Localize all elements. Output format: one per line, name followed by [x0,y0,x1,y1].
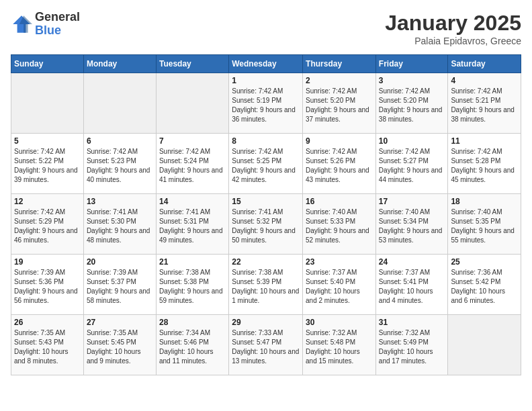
day-cell: 27Sunrise: 7:35 AM Sunset: 5:45 PM Dayli… [83,315,156,375]
day-number: 6 [87,136,153,146]
day-cell: 20Sunrise: 7:39 AM Sunset: 5:37 PM Dayli… [83,255,156,315]
day-cell: 18Sunrise: 7:40 AM Sunset: 5:35 PM Dayli… [448,194,521,255]
day-cell: 17Sunrise: 7:40 AM Sunset: 5:34 PM Dayli… [375,194,448,255]
day-number: 28 [159,318,226,327]
logo-blue: Blue [35,24,80,38]
day-number: 7 [159,136,226,146]
day-number: 30 [306,318,373,327]
month-title: January 2025 [385,11,521,36]
day-info: Sunrise: 7:40 AM Sunset: 5:34 PM Dayligh… [379,208,445,245]
day-number: 27 [87,318,153,327]
logo-general: General [35,11,80,24]
day-cell: 30Sunrise: 7:32 AM Sunset: 5:48 PM Dayli… [303,315,376,375]
day-info: Sunrise: 7:42 AM Sunset: 5:28 PM Dayligh… [451,147,518,185]
day-cell: 14Sunrise: 7:41 AM Sunset: 5:31 PM Dayli… [156,194,228,255]
day-cell: 29Sunrise: 7:33 AM Sunset: 5:47 PM Dayli… [229,315,303,375]
day-info: Sunrise: 7:42 AM Sunset: 5:22 PM Dayligh… [14,147,81,185]
day-info: Sunrise: 7:36 AM Sunset: 5:42 PM Dayligh… [451,268,518,306]
day-number: 17 [379,197,445,206]
day-header-friday: Friday [375,55,448,73]
day-number: 12 [14,197,81,206]
day-cell: 10Sunrise: 7:42 AM Sunset: 5:27 PM Dayli… [375,134,448,194]
day-info: Sunrise: 7:37 AM Sunset: 5:41 PM Dayligh… [379,268,445,306]
location-subtitle: Palaia Epidavros, Greece [385,36,521,46]
day-number: 21 [159,257,226,267]
logo: General Blue [11,11,80,38]
day-number: 8 [232,136,300,146]
day-info: Sunrise: 7:42 AM Sunset: 5:23 PM Dayligh… [87,147,153,185]
day-header-monday: Monday [83,55,156,73]
day-cell: 22Sunrise: 7:38 AM Sunset: 5:39 PM Dayli… [229,255,303,315]
day-cell [448,315,521,375]
title-block: January 2025 Palaia Epidavros, Greece [385,11,521,46]
week-row-2: 5Sunrise: 7:42 AM Sunset: 5:22 PM Daylig… [11,134,521,194]
day-number: 14 [159,197,226,206]
day-number: 10 [379,136,445,146]
day-cell: 19Sunrise: 7:39 AM Sunset: 5:36 PM Dayli… [11,255,84,315]
week-row-5: 26Sunrise: 7:35 AM Sunset: 5:43 PM Dayli… [11,315,521,375]
day-number: 4 [451,76,518,85]
day-cell: 16Sunrise: 7:40 AM Sunset: 5:33 PM Dayli… [303,194,376,255]
day-number: 26 [14,318,81,327]
day-info: Sunrise: 7:42 AM Sunset: 5:29 PM Dayligh… [14,208,81,245]
day-info: Sunrise: 7:32 AM Sunset: 5:48 PM Dayligh… [306,328,373,366]
day-info: Sunrise: 7:42 AM Sunset: 5:25 PM Dayligh… [232,147,300,185]
day-info: Sunrise: 7:41 AM Sunset: 5:32 PM Dayligh… [232,208,300,245]
day-info: Sunrise: 7:39 AM Sunset: 5:36 PM Dayligh… [14,268,81,306]
day-number: 16 [306,197,373,206]
day-number: 2 [306,76,373,85]
day-header-thursday: Thursday [303,55,376,73]
day-cell: 23Sunrise: 7:37 AM Sunset: 5:40 PM Dayli… [303,255,376,315]
day-info: Sunrise: 7:38 AM Sunset: 5:39 PM Dayligh… [232,268,300,306]
day-header-sunday: Sunday [11,55,84,73]
day-cell: 28Sunrise: 7:34 AM Sunset: 5:46 PM Dayli… [156,315,228,375]
day-info: Sunrise: 7:42 AM Sunset: 5:26 PM Dayligh… [306,147,373,185]
day-number: 13 [87,197,153,206]
header-row: SundayMondayTuesdayWednesdayThursdayFrid… [11,55,521,73]
day-info: Sunrise: 7:38 AM Sunset: 5:38 PM Dayligh… [159,268,226,306]
day-info: Sunrise: 7:35 AM Sunset: 5:43 PM Dayligh… [14,328,81,366]
day-number: 31 [379,318,445,327]
day-cell: 26Sunrise: 7:35 AM Sunset: 5:43 PM Dayli… [11,315,84,375]
day-cell: 12Sunrise: 7:42 AM Sunset: 5:29 PM Dayli… [11,194,84,255]
page-header: General Blue January 2025 Palaia Epidavr… [11,11,521,46]
day-cell: 2Sunrise: 7:42 AM Sunset: 5:20 PM Daylig… [303,73,376,134]
day-number: 5 [14,136,81,146]
day-number: 24 [379,257,445,267]
calendar-header: SundayMondayTuesdayWednesdayThursdayFrid… [11,55,521,73]
day-info: Sunrise: 7:40 AM Sunset: 5:35 PM Dayligh… [451,208,518,245]
day-number: 1 [232,76,300,85]
day-cell: 11Sunrise: 7:42 AM Sunset: 5:28 PM Dayli… [448,134,521,194]
day-info: Sunrise: 7:42 AM Sunset: 5:20 PM Dayligh… [379,87,445,124]
day-number: 3 [379,76,445,85]
day-cell [11,73,84,134]
day-cell [83,73,156,134]
day-info: Sunrise: 7:37 AM Sunset: 5:40 PM Dayligh… [306,268,373,306]
day-cell: 3Sunrise: 7:42 AM Sunset: 5:20 PM Daylig… [375,73,448,134]
day-header-saturday: Saturday [448,55,521,73]
day-cell: 21Sunrise: 7:38 AM Sunset: 5:38 PM Dayli… [156,255,228,315]
day-info: Sunrise: 7:39 AM Sunset: 5:37 PM Dayligh… [87,268,153,306]
day-info: Sunrise: 7:42 AM Sunset: 5:19 PM Dayligh… [232,87,300,124]
day-number: 11 [451,136,518,146]
day-info: Sunrise: 7:42 AM Sunset: 5:27 PM Dayligh… [379,147,445,185]
day-cell: 13Sunrise: 7:41 AM Sunset: 5:30 PM Dayli… [83,194,156,255]
day-number: 29 [232,318,300,327]
week-row-4: 19Sunrise: 7:39 AM Sunset: 5:36 PM Dayli… [11,255,521,315]
calendar-table: SundayMondayTuesdayWednesdayThursdayFrid… [11,54,521,375]
day-cell: 15Sunrise: 7:41 AM Sunset: 5:32 PM Dayli… [229,194,303,255]
day-cell: 24Sunrise: 7:37 AM Sunset: 5:41 PM Dayli… [375,255,448,315]
day-cell: 4Sunrise: 7:42 AM Sunset: 5:21 PM Daylig… [448,73,521,134]
day-cell: 6Sunrise: 7:42 AM Sunset: 5:23 PM Daylig… [83,134,156,194]
day-number: 9 [306,136,373,146]
day-number: 19 [14,257,81,267]
day-info: Sunrise: 7:41 AM Sunset: 5:30 PM Dayligh… [87,208,153,245]
day-number: 20 [87,257,153,267]
day-info: Sunrise: 7:42 AM Sunset: 5:20 PM Dayligh… [306,87,373,124]
day-cell: 8Sunrise: 7:42 AM Sunset: 5:25 PM Daylig… [229,134,303,194]
week-row-1: 1Sunrise: 7:42 AM Sunset: 5:19 PM Daylig… [11,73,521,134]
day-info: Sunrise: 7:34 AM Sunset: 5:46 PM Dayligh… [159,328,226,366]
day-info: Sunrise: 7:40 AM Sunset: 5:33 PM Dayligh… [306,208,373,245]
day-cell: 1Sunrise: 7:42 AM Sunset: 5:19 PM Daylig… [229,73,303,134]
day-number: 25 [451,257,518,267]
